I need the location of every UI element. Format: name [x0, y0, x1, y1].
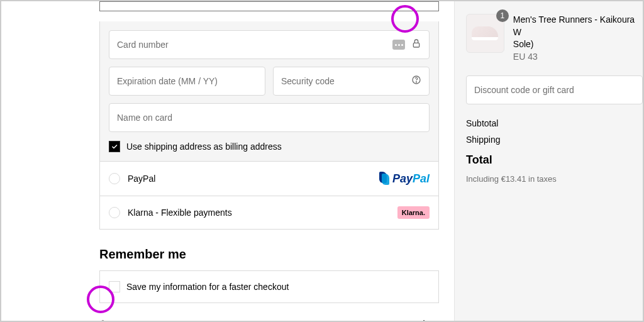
product-subtitle: Sole) — [513, 38, 643, 51]
card-number-input[interactable] — [117, 40, 392, 50]
card-dots-icon — [392, 40, 405, 50]
paypal-radio[interactable] — [109, 173, 120, 184]
product-thumbnail: 1 — [466, 14, 504, 53]
name-field[interactable] — [109, 103, 430, 132]
subtotal-label: Subtotal — [466, 118, 498, 128]
remember-me-box: Save my information for a faster checkou… — [99, 270, 439, 303]
lock-icon — [411, 38, 421, 51]
cart-item: 1 Men's Tree Runners - Kaikoura W Sole) … — [466, 14, 643, 63]
billing-address-label: Use shipping address as billing address — [126, 142, 282, 152]
card-section-top-border — [99, 1, 439, 11]
save-info-label: Save my information for a faster checkou… — [126, 282, 289, 292]
card-number-field[interactable] — [109, 30, 430, 59]
remember-me-heading: Remember me — [99, 247, 439, 262]
svg-rect-0 — [413, 43, 419, 47]
expiry-input[interactable] — [117, 76, 257, 86]
klarna-logo: Klarna. — [397, 206, 430, 219]
klarna-label: Klarna - Flexible payments — [128, 208, 232, 218]
product-title: Men's Tree Runners - Kaikoura W — [513, 14, 643, 38]
shipping-label: Shipping — [466, 135, 501, 145]
name-input[interactable] — [117, 113, 421, 123]
paypal-option[interactable]: PayPal PayPal — [99, 162, 439, 196]
total-label: Total — [466, 153, 492, 167]
card-details-panel: Use shipping address as billing address — [99, 21, 439, 162]
discount-field[interactable] — [466, 75, 643, 104]
save-info-checkbox[interactable] — [109, 281, 120, 292]
product-variant: EU 43 — [513, 51, 643, 64]
paypal-logo: PayPal — [379, 172, 430, 186]
lock-icon — [99, 319, 106, 323]
secure-text: Secure and encrypted — [110, 319, 184, 323]
billing-address-checkbox[interactable] — [109, 141, 120, 152]
paypal-label: PayPal — [128, 174, 155, 184]
order-summary-panel: 1 Men's Tree Runners - Kaikoura W Sole) … — [454, 1, 643, 321]
klarna-option[interactable]: Klarna - Flexible payments Klarna. — [99, 196, 439, 230]
svg-point-2 — [416, 82, 416, 82]
klarna-radio[interactable] — [109, 207, 120, 218]
shop-logo: shop — [418, 318, 439, 322]
taxes-text: Including €13.41 in taxes — [466, 174, 643, 184]
cvc-field[interactable] — [273, 67, 430, 96]
expiry-field[interactable] — [109, 67, 265, 96]
qty-badge: 1 — [496, 9, 509, 22]
discount-input[interactable] — [474, 85, 635, 95]
shoe-icon — [472, 26, 498, 40]
cvc-input[interactable] — [281, 76, 411, 86]
help-icon[interactable] — [411, 75, 421, 87]
